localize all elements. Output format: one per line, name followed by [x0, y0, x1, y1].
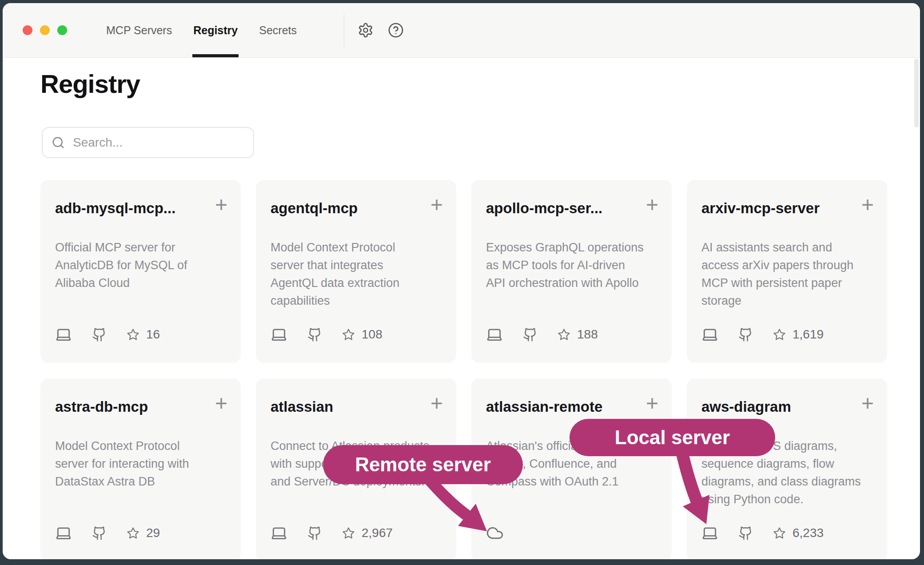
help-icon[interactable]: [386, 21, 405, 40]
server-description: AI assistants search and access arXiv pa…: [701, 239, 862, 310]
server-card-aws-diagram[interactable]: aws-diagram + Generate AWS diagrams, seq…: [687, 378, 887, 559]
add-server-button[interactable]: +: [861, 393, 874, 414]
github-icon: [287, 327, 322, 342]
github-icon: [718, 526, 753, 541]
card-footer: 16: [55, 326, 160, 343]
server-card-agentql-mcp[interactable]: agentql-mcp + Model Context Protocol ser…: [256, 180, 456, 363]
titlebar-divider: [344, 14, 344, 47]
star-icon: [322, 527, 355, 540]
server-name: apollo-mcp-ser...: [486, 200, 637, 217]
remote-server-callout: Remote server: [323, 445, 523, 484]
star-count: 1,619: [793, 327, 824, 342]
tab-secrets[interactable]: Secrets: [259, 3, 297, 57]
star-icon: [107, 328, 139, 341]
traffic-lights: [23, 25, 67, 35]
laptop-icon: [486, 326, 503, 343]
server-description: Model Context Protocol server for intera…: [55, 437, 216, 490]
tab-mcp-servers[interactable]: MCP Servers: [106, 3, 172, 57]
laptop-icon: [55, 326, 72, 343]
registry-grid: adb-mysql-mcp... + Official MCP server f…: [40, 180, 887, 559]
star-count: 2,967: [362, 526, 393, 540]
server-name: atlassian: [271, 398, 422, 415]
server-card-arxiv-mcp-server[interactable]: arxiv-mcp-server + AI assistants search …: [687, 180, 887, 363]
server-card-astra-db-mcp[interactable]: astra-db-mcp + Model Context Protocol se…: [40, 378, 241, 559]
search-icon: [52, 136, 65, 149]
add-server-button[interactable]: +: [646, 393, 658, 414]
settings-gear-icon[interactable]: [356, 21, 375, 40]
laptop-icon: [55, 525, 72, 541]
github-icon: [503, 327, 538, 342]
card-footer: 6,233: [701, 524, 824, 542]
search-input[interactable]: [72, 135, 238, 150]
server-name: atlassian-remote: [486, 398, 637, 415]
laptop-icon: [701, 525, 718, 541]
star-icon: [322, 328, 355, 341]
card-footer: [486, 524, 504, 542]
card-footer: 108: [271, 326, 382, 343]
star-count: 29: [146, 526, 160, 540]
star-icon: [107, 527, 139, 540]
add-server-button[interactable]: +: [215, 393, 227, 414]
minimize-button[interactable]: [40, 25, 50, 35]
github-icon: [287, 526, 322, 541]
star-count: 6,233: [793, 526, 824, 540]
cloud-icon: [486, 524, 504, 542]
close-button[interactable]: [23, 25, 32, 35]
server-description: Official MCP server for AnalyticDB for M…: [55, 239, 216, 292]
server-name: arxiv-mcp-server: [701, 200, 852, 217]
zoom-button[interactable]: [57, 25, 67, 35]
server-card-apollo-mcp-server[interactable]: apollo-mcp-ser... + Exposes GraphQL oper…: [471, 180, 672, 363]
card-footer: 2,967: [271, 524, 393, 542]
server-name: adb-mysql-mcp...: [55, 200, 206, 217]
laptop-icon: [271, 326, 287, 343]
page-title: Registry: [40, 69, 140, 99]
scrollbar-thumb[interactable]: [914, 59, 919, 127]
titlebar: MCP Servers Registry Secrets: [3, 3, 920, 58]
github-icon: [72, 327, 107, 342]
main-tabs: MCP Servers Registry Secrets: [106, 3, 297, 57]
star-count: 108: [362, 327, 382, 342]
add-server-button[interactable]: +: [861, 194, 874, 215]
server-name: aws-diagram: [701, 398, 852, 415]
server-description: Model Context Protocol server that integ…: [271, 239, 431, 310]
star-icon: [753, 328, 786, 341]
add-server-button[interactable]: +: [215, 194, 227, 215]
card-footer: 1,619: [701, 326, 824, 343]
server-description: Exposes GraphQL operations as MCP tools …: [486, 239, 647, 292]
server-name: astra-db-mcp: [55, 398, 206, 415]
card-footer: 188: [486, 326, 598, 343]
server-card-adb-mysql-mcp[interactable]: adb-mysql-mcp... + Official MCP server f…: [40, 180, 241, 363]
server-name: agentql-mcp: [271, 200, 422, 217]
tab-registry[interactable]: Registry: [193, 3, 238, 57]
github-icon: [72, 526, 107, 541]
github-icon: [718, 327, 753, 342]
search-box: [42, 127, 254, 158]
laptop-icon: [271, 525, 287, 541]
add-server-button[interactable]: +: [646, 194, 658, 215]
star-icon: [753, 527, 786, 540]
card-footer: 29: [55, 524, 160, 542]
laptop-icon: [701, 326, 718, 343]
star-count: 16: [146, 327, 160, 342]
add-server-button[interactable]: +: [430, 393, 443, 414]
star-icon: [538, 328, 570, 341]
star-count: 188: [577, 327, 598, 342]
add-server-button[interactable]: +: [430, 194, 443, 215]
local-server-callout: Local server: [570, 419, 775, 456]
